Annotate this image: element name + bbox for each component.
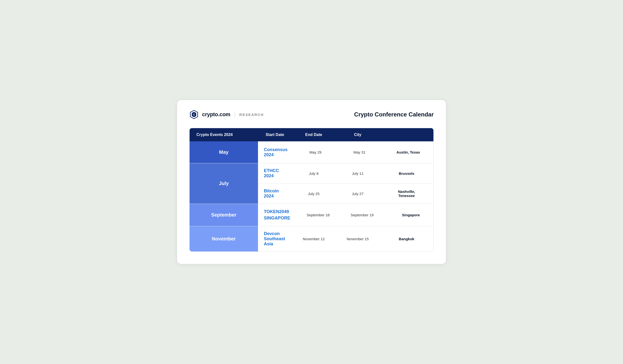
header: C crypto.com RESEARCH Crypto Conference … [189,110,434,119]
main-card: C crypto.com RESEARCH Crypto Conference … [177,100,446,264]
logo-text: crypto.com [202,111,230,118]
city-token2049: Singapore [384,204,434,226]
page-title: Crypto Conference Calendar [354,111,434,118]
end-date-bitcoin: July 27 [336,184,380,204]
table-body: May Consensus 2024 May 29 May 31 Austin,… [190,141,433,251]
event-name-devcon: Devcon Southeast Asia [258,226,292,252]
logo-divider [235,111,235,118]
table-row: November Devcon Southeast Asia November … [190,226,433,252]
svg-text:C: C [193,113,195,116]
event-name-token2049: TOKEN2049SINGAPORE [258,204,296,226]
col-end: End Date [292,128,336,141]
col-start: Start Date [258,128,292,141]
logo-area: C crypto.com RESEARCH [189,110,264,119]
table-row: May Consensus 2024 May 29 May 31 Austin,… [190,141,433,163]
end-date-token2049: September 19 [340,204,384,226]
conference-table: Crypto Events 2024 Start Date End Date C… [189,128,434,252]
start-date-devcon: November 12 [292,226,336,252]
month-july: July [190,163,258,204]
start-date-token2049: September 18 [296,204,340,226]
city-ethcc: Brussels [380,163,433,183]
july-events: ETHCC 2024 July 8 July 11 Brussels Bitco… [258,163,433,204]
table-header: Crypto Events 2024 Start Date End Date C… [190,128,433,141]
start-date-bitcoin: July 25 [292,184,336,204]
end-date-consensus: May 31 [337,141,381,163]
start-date-consensus: May 29 [293,141,337,163]
crypto-logo-icon: C [189,110,199,119]
event-name-consensus: Consensus 2024 [258,141,293,163]
col-city: City [336,128,380,141]
start-date-ethcc: July 8 [292,163,336,183]
table-row: September TOKEN2049SINGAPORE September 1… [190,204,433,226]
research-label: RESEARCH [239,112,264,117]
col-events: Crypto Events 2024 [190,128,258,141]
table-row: ETHCC 2024 July 8 July 11 Brussels [258,163,433,184]
month-november: November [190,226,258,252]
city-bitcoin: Nashville,Tenessee [380,184,433,204]
month-may: May [190,141,258,163]
city-consensus: Austin, Texas [381,141,434,163]
july-group: July ETHCC 2024 July 8 July 11 Brussels [190,163,433,204]
table-row: Bitcoin 2024 July 25 July 27 Nashville,T… [258,184,433,204]
month-september: September [190,204,258,226]
end-date-devcon: November 15 [336,226,380,252]
event-name-ethcc: ETHCC 2024 [258,163,292,183]
end-date-ethcc: July 11 [336,163,380,183]
city-devcon: Bangkok [380,226,433,252]
event-name-bitcoin: Bitcoin 2024 [258,184,292,204]
